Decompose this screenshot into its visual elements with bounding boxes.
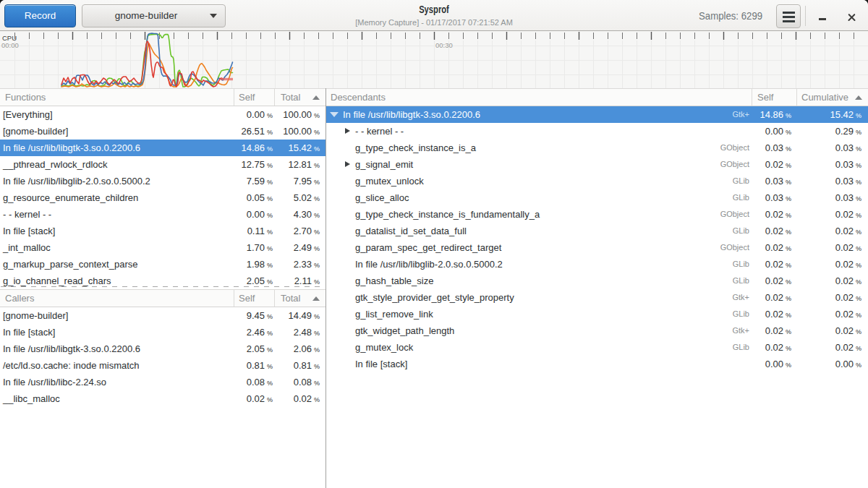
svg-text:00:00: 00:00 [1,41,19,49]
svg-text:00:30: 00:30 [435,41,453,49]
